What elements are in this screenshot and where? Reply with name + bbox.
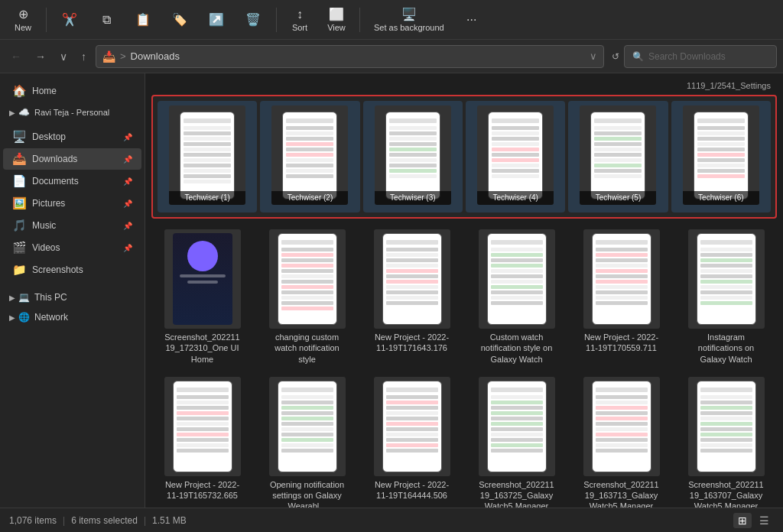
refresh-button[interactable]: ↺ <box>612 51 619 62</box>
sidebar-section-thispc[interactable]: ▶ 💻 This PC <box>0 287 145 304</box>
forward-button[interactable]: → <box>31 47 50 66</box>
items-count: 1,076 items <box>9 515 57 526</box>
sidebar-item-music[interactable]: 🎵 Music 📌 <box>3 215 141 236</box>
selected-header-text: 1119_1/2541_Settings <box>151 79 777 95</box>
list-item[interactable]: New Project - 2022-11-19T170559.711 <box>570 225 672 369</box>
thumb-label: Techwiser (1) <box>169 191 245 205</box>
file-thumbnail <box>583 229 660 329</box>
background-button[interactable]: 🖥️ Set as background <box>366 3 452 37</box>
search-placeholder: Search Downloads <box>648 51 726 62</box>
list-view-button[interactable]: ☰ <box>755 513 774 528</box>
pin-icon: 📌 <box>123 155 132 164</box>
cloud-icon: ☁️ <box>18 107 30 118</box>
list-item[interactable]: New Project - 2022-11-19T164444.506 <box>361 372 463 508</box>
file-name: Screenshot_20221119_163713_Galaxy Watch5… <box>583 479 660 508</box>
new-button[interactable]: ⊕ New <box>6 3 40 37</box>
list-item[interactable]: Techwiser (3) <box>363 101 463 212</box>
sidebar-section-ravi[interactable]: ▶ ☁️ Ravi Teja - Personal <box>0 102 145 119</box>
videos-icon: 🎬 <box>12 241 26 255</box>
file-thumbnail <box>269 229 346 329</box>
rename-button[interactable]: 🏷️ <box>163 3 197 37</box>
paste-icon: 📋 <box>135 12 151 27</box>
sidebar-item-label: Network <box>34 312 68 323</box>
back-button[interactable]: ← <box>6 47 26 66</box>
cut-button[interactable]: ✂️ <box>53 3 86 37</box>
share-button[interactable]: ↗️ <box>200 3 233 37</box>
file-thumbnail <box>688 229 765 329</box>
address-path: Downloads <box>131 50 180 62</box>
sort-button[interactable]: ↕️ Sort <box>283 3 317 37</box>
list-item[interactable]: changing custom watch notification style <box>256 225 358 369</box>
cut-icon: ✂️ <box>62 12 77 27</box>
sort-label: Sort <box>292 23 307 32</box>
delete-icon: 🗑️ <box>245 12 261 27</box>
sidebar-item-documents[interactable]: 📄 Documents 📌 <box>3 170 141 192</box>
list-item[interactable]: Screenshot_20221119_163725_Galaxy Watch5… <box>466 372 567 508</box>
music-icon: 🎵 <box>12 219 26 232</box>
address-chevron-icon: ∨ <box>590 50 597 62</box>
sidebar-item-home[interactable]: 🏠 Home <box>3 80 141 102</box>
file-thumbnail <box>583 377 660 476</box>
file-thumbnail <box>688 377 765 476</box>
sidebar-item-label: Documents <box>32 176 117 187</box>
main-layout: 🏠 Home ▶ ☁️ Ravi Teja - Personal 🖥️ Desk… <box>0 73 783 508</box>
file-name: Screenshot_20221119_163707_Galaxy Watch5… <box>688 479 765 508</box>
expand-icon: ▶ <box>9 313 15 322</box>
status-bar: 1,076 items | 6 items selected | 1.51 MB… <box>0 508 783 532</box>
file-thumbnail: Techwiser (5) <box>580 105 656 205</box>
sidebar-item-label: Pictures <box>32 198 117 209</box>
thumb-label: Techwiser (2) <box>271 191 348 205</box>
file-name: New Project - 2022-11-19T165732.665 <box>164 479 241 501</box>
list-item[interactable]: Screenshot_20221119_172310_One UI Home <box>151 225 253 369</box>
sidebar-item-label: Desktop <box>32 131 117 142</box>
file-name: Custom watch notification style on Galax… <box>479 332 555 365</box>
copy-button[interactable]: ⧉ <box>89 3 123 37</box>
rename-icon: 🏷️ <box>172 12 187 27</box>
file-thumbnail <box>164 377 241 476</box>
list-item[interactable]: Techwiser (2) <box>260 101 359 212</box>
address-separator: > <box>120 50 126 62</box>
view-button[interactable]: ⬜ View <box>320 3 353 37</box>
list-item[interactable]: Instagram notifications on Galaxy Watch <box>675 225 777 369</box>
more-button[interactable]: ··· <box>455 3 489 37</box>
list-item[interactable]: Techwiser (6) <box>671 101 771 212</box>
file-size: 1.51 MB <box>152 515 187 526</box>
sidebar-section-network[interactable]: ▶ 🌐 Network <box>0 307 145 324</box>
file-content-area: 1119_1/2541_Settings Techwiser (1 <box>145 73 783 508</box>
paste-button[interactable]: 📋 <box>126 3 160 37</box>
list-item[interactable]: New Project - 2022-11-19T165732.665 <box>151 372 253 508</box>
delete-button[interactable]: 🗑️ <box>236 3 270 37</box>
list-item[interactable]: Screenshot_20221119_163707_Galaxy Watch5… <box>675 372 777 508</box>
file-name: Screenshot_20221119_172310_One UI Home <box>164 332 241 365</box>
list-item[interactable]: Screenshot_20221119_163713_Galaxy Watch5… <box>570 372 672 508</box>
sidebar-item-videos[interactable]: 🎬 Videos 📌 <box>3 237 141 258</box>
grid-view-button[interactable]: ⊞ <box>733 513 752 528</box>
sidebar-item-downloads[interactable]: 📥 Downloads 📌 <box>3 148 141 170</box>
list-item[interactable]: Techwiser (1) <box>158 101 257 212</box>
list-item[interactable]: New Project - 2022-11-19T171643.176 <box>361 225 463 369</box>
list-item[interactable]: Custom watch notification style on Galax… <box>466 225 567 369</box>
list-item[interactable]: Techwiser (4) <box>466 101 565 212</box>
sidebar-item-label: Ravi Teja - Personal <box>34 108 109 117</box>
selected-count: 6 items selected <box>71 515 138 526</box>
sidebar-item-screenshots[interactable]: 📁 Screenshots <box>3 259 141 281</box>
search-bar[interactable]: 🔍 Search Downloads <box>624 45 777 68</box>
file-thumbnail <box>479 377 555 476</box>
sidebar-item-pictures[interactable]: 🖼️ Pictures 📌 <box>3 193 141 214</box>
selected-files-group: Techwiser (1) Techwiser (2) <box>151 95 777 219</box>
recent-button[interactable]: ∨ <box>55 47 72 66</box>
list-item[interactable]: Opening notification settings on Galaxy … <box>256 372 358 508</box>
sidebar-item-label: This PC <box>34 292 67 303</box>
downloads-icon: 📥 <box>12 152 26 166</box>
pin-icon: 📌 <box>123 177 132 186</box>
thispc-icon: 💻 <box>18 292 30 303</box>
view-toggle-group: ⊞ ☰ <box>733 513 774 528</box>
address-bar[interactable]: 📥 > Downloads ∨ <box>96 45 604 68</box>
up-button[interactable]: ↑ <box>76 47 91 66</box>
list-item[interactable]: Techwiser (5) <box>568 101 668 212</box>
file-thumbnail: Techwiser (4) <box>477 105 554 205</box>
sidebar-item-desktop[interactable]: 🖥️ Desktop 📌 <box>3 126 141 148</box>
sidebar-item-label: Screenshots <box>32 264 132 275</box>
pin-icon: 📌 <box>123 200 132 208</box>
file-thumbnail: Techwiser (2) <box>271 105 348 205</box>
